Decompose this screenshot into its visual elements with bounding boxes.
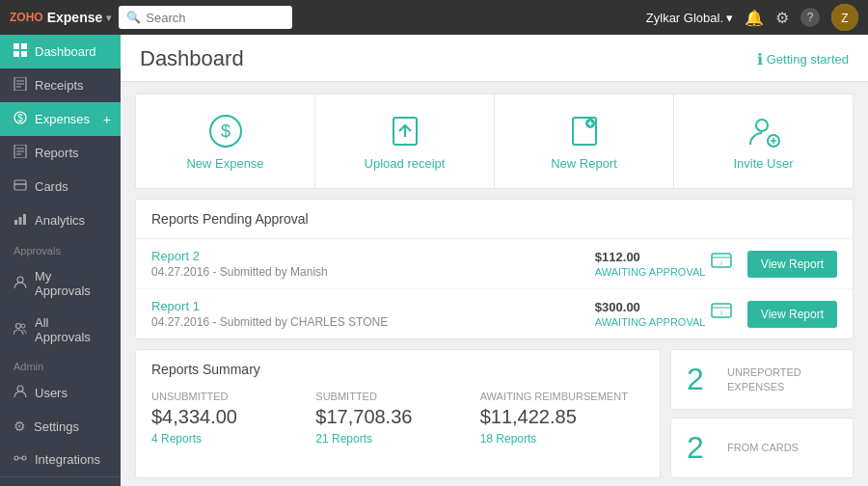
avatar[interactable]: Z — [831, 4, 858, 31]
analytics-icon — [14, 212, 27, 229]
my-approvals-icon — [14, 276, 27, 292]
stat-link-unsubmitted[interactable]: 4 Reports — [151, 432, 315, 446]
cards-icon — [14, 178, 27, 195]
message-icon-1: i — [711, 253, 732, 275]
expenses-add-icon[interactable]: + — [103, 112, 111, 127]
stat-label-unsubmitted: UNSUBMITTED — [151, 391, 315, 402]
upload-receipt-label: Upload receipt — [365, 156, 446, 171]
sidebar-label-cards: Cards — [35, 179, 68, 194]
reports-icon — [14, 145, 27, 161]
amount-value-1: $112.00 — [595, 250, 711, 264]
svg-rect-3 — [21, 43, 27, 49]
stat-label-awaiting: AWAITING REIMBURSEMENT — [480, 391, 644, 402]
sidebar-item-cards[interactable]: Cards — [0, 170, 121, 203]
page-title: Dashboard — [140, 46, 244, 71]
search-wrap: 🔍 — [119, 6, 292, 29]
approval-row: Report 2 04.27.2016 - Submitted by Manis… — [136, 239, 853, 289]
new-report-icon — [565, 112, 604, 150]
approval-amount-2: $300.00 AWAITING APPROVAL — [595, 300, 711, 328]
side-stat-from-cards: 2 FROM CARDS — [670, 418, 854, 478]
quick-action-new-report[interactable]: New Report — [495, 94, 674, 188]
svg-rect-18 — [14, 220, 17, 225]
sidebar-label-receipts: Receipts — [35, 78, 84, 93]
report-name-2[interactable]: Report 1 — [151, 299, 595, 313]
sidebar-item-settings[interactable]: ⚙ Settings — [0, 410, 121, 443]
user-caret: ▾ — [726, 11, 733, 25]
sidebar-item-users[interactable]: Users — [0, 376, 121, 410]
help-icon[interactable]: ? — [800, 8, 820, 27]
side-stats: 2 UNREPORTED EXPENSES 2 FROM CARDS — [670, 349, 854, 478]
summary-layout: Reports Summary UNSUBMITTED $4,334.00 4 … — [135, 349, 854, 478]
all-approvals-icon — [14, 322, 27, 338]
approval-amount-1: $112.00 AWAITING APPROVAL — [595, 250, 711, 278]
stat-link-submitted[interactable]: 21 Reports — [315, 432, 479, 446]
sidebar-label-all-approvals: All Approvals — [35, 315, 107, 344]
stat-unsubmitted: UNSUBMITTED $4,334.00 4 Reports — [151, 391, 315, 446]
sidebar-item-receipts[interactable]: Receipts — [0, 68, 121, 102]
new-report-label: New Report — [551, 156, 617, 171]
info-icon: ℹ — [757, 50, 763, 68]
sidebar-label-reports: Reports — [35, 146, 79, 160]
content-area: Dashboard ℹ Getting started $ New Expens… — [121, 35, 868, 486]
search-input[interactable] — [119, 6, 292, 29]
view-report-button-2[interactable]: View Report — [747, 301, 837, 328]
logo-caret: ▾ — [106, 13, 111, 23]
approval-status-1: AWAITING APPROVAL — [595, 266, 711, 278]
sidebar-item-expenses[interactable]: $ Expenses + — [0, 102, 121, 136]
bell-icon[interactable]: 🔔 — [745, 9, 764, 27]
view-report-button-1[interactable]: View Report — [747, 251, 837, 278]
integrations-icon — [14, 451, 27, 468]
sidebar-item-reports[interactable]: Reports — [0, 136, 121, 170]
main-layout: Dashboard Receipts $ Expenses + Reports — [0, 35, 868, 486]
unreported-count: 2 — [687, 362, 716, 397]
sidebar-label-analytics: Analytics — [35, 213, 85, 228]
svg-rect-4 — [14, 51, 19, 57]
stat-label-submitted: SUBMITTED — [315, 391, 479, 402]
quick-action-upload-receipt[interactable]: Upload receipt — [315, 94, 495, 188]
topbar: ZOHO Expense ▾ 🔍 Zylkar Global. ▾ 🔔 ⚙ ? … — [0, 0, 868, 35]
stat-submitted: SUBMITTED $17,708.36 21 Reports — [315, 391, 479, 446]
new-expense-label: New Expense — [186, 156, 263, 171]
user-menu[interactable]: Zylkar Global. ▾ — [646, 11, 733, 25]
sidebar-label-my-approvals: My Approvals — [35, 269, 107, 298]
svg-rect-16 — [14, 180, 26, 190]
logo-expense: Expense — [47, 10, 103, 25]
sidebar-item-integrations[interactable]: Integrations — [0, 443, 121, 476]
sidebar-item-contact-support[interactable]: 💬 Contact Support — [0, 477, 121, 486]
quick-actions: $ New Expense Upload receipt — [135, 94, 854, 189]
approval-info-1: Report 2 04.27.2016 - Submitted by Manis… — [151, 249, 595, 279]
summary-title: Reports Summary — [151, 362, 644, 377]
sidebar-item-analytics[interactable]: Analytics — [0, 203, 121, 237]
sidebar: Dashboard Receipts $ Expenses + Reports — [0, 35, 121, 486]
invite-user-label: Invite User — [733, 156, 793, 171]
report-name-1[interactable]: Report 2 — [151, 249, 595, 263]
pending-approval-title: Reports Pending Approval — [136, 200, 853, 239]
sidebar-item-dashboard[interactable]: Dashboard — [0, 35, 121, 68]
getting-started-link[interactable]: ℹ Getting started — [757, 50, 849, 68]
quick-action-new-expense[interactable]: $ New Expense — [136, 94, 315, 188]
topbar-right: Zylkar Global. ▾ 🔔 ⚙ ? Z — [646, 4, 858, 31]
stat-value-awaiting: $11,422.85 — [480, 406, 644, 428]
svg-text:i: i — [720, 310, 722, 316]
svg-point-24 — [17, 386, 23, 392]
app-logo[interactable]: ZOHO Expense ▾ — [10, 10, 111, 25]
quick-action-invite-user[interactable]: Invite User — [674, 94, 853, 188]
upload-receipt-icon — [386, 112, 424, 150]
stat-awaiting: AWAITING REIMBURSEMENT $11,422.85 18 Rep… — [480, 391, 644, 446]
svg-point-26 — [22, 456, 26, 460]
stat-value-unsubmitted: $4,334.00 — [151, 406, 315, 428]
from-cards-label: FROM CARDS — [727, 441, 799, 454]
stat-link-awaiting[interactable]: 18 Reports — [480, 432, 644, 446]
receipts-icon — [14, 77, 27, 94]
sidebar-label-settings: Settings — [34, 419, 79, 434]
users-icon — [14, 385, 27, 401]
settings-icon: ⚙ — [14, 418, 26, 434]
sidebar-item-all-approvals[interactable]: All Approvals — [0, 307, 121, 353]
sidebar-label-users: Users — [35, 386, 68, 400]
sidebar-item-my-approvals[interactable]: My Approvals — [0, 260, 121, 307]
new-expense-icon: $ — [206, 112, 245, 150]
sidebar-label-expenses: Expenses — [35, 112, 90, 126]
sidebar-section-approvals: Approvals — [0, 237, 121, 260]
content-header: Dashboard ℹ Getting started — [121, 35, 868, 82]
gear-icon[interactable]: ⚙ — [775, 9, 789, 27]
